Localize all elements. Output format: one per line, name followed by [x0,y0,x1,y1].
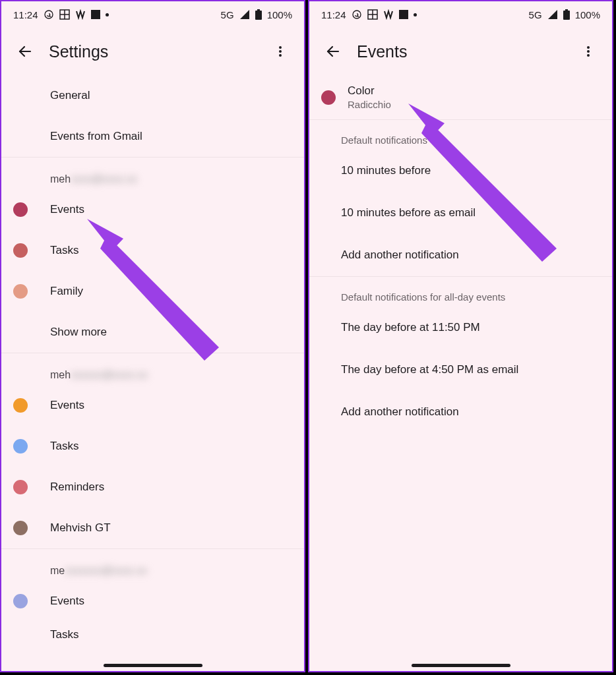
app-grid-icon [367,9,378,20]
color-swatch [13,398,28,413]
color-swatch [13,284,28,299]
svg-point-20 [587,50,590,53]
calendar-item-events[interactable]: Events [1,385,304,426]
whatsapp-icon [44,9,54,20]
svg-point-8 [279,50,282,53]
row-label: Add another notification [341,249,459,262]
calendar-item-tasks[interactable]: Tasks [1,426,304,467]
color-swatch [13,521,28,535]
color-swatch [13,439,28,454]
phone-right: 11:24 5G 100% Ev [308,0,613,672]
signal-icon [547,9,558,20]
color-label: Color [348,84,391,98]
notification-item[interactable]: 10 minutes before [309,150,612,192]
svg-point-12 [353,11,361,18]
svg-rect-5 [255,11,262,20]
calendar-item-reminders[interactable]: Reminders [1,467,304,508]
color-swatch [321,90,336,105]
account-email: mexxxxxxx@xxxx.xx [1,549,304,581]
row-label: Events from Gmail [50,130,142,143]
app-bar: Events [309,28,612,75]
svg-rect-4 [257,9,260,11]
account-email: mehxxxx@xxxx.xx [1,158,304,189]
svg-point-21 [587,54,590,57]
row-label: Events [50,595,84,608]
row-label: Reminders [50,481,104,494]
back-button[interactable] [9,36,41,67]
svg-point-9 [279,54,282,57]
row-label: Tasks [50,440,78,453]
more-dot-icon [414,13,417,16]
settings-item-general[interactable]: General [1,75,304,116]
notification-item[interactable]: The day before at 4:50 PM as email [309,349,612,391]
row-label: The day before at 11:50 PM [341,321,480,334]
add-notification-button[interactable]: Add another notification [309,234,612,276]
color-swatch [13,243,28,258]
arrow-left-icon [17,44,33,59]
calendar-item-tasks[interactable]: Tasks [1,622,304,648]
more-dot-icon [106,13,109,16]
notification-item[interactable]: The day before at 11:50 PM [309,307,612,349]
battery-percent: 100% [575,9,600,20]
row-label: The day before at 4:50 PM as email [341,363,518,376]
settings-item-events-from-gmail[interactable]: Events from Gmail [1,116,304,157]
show-more-button[interactable]: Show more [1,312,304,353]
svg-rect-17 [563,11,570,20]
app-grid-icon [59,9,70,20]
svg-point-19 [587,46,590,49]
square-icon [91,10,100,19]
page-title: Settings [49,42,264,61]
phone-left: 11:24 5G 100% [0,0,305,672]
row-label: 10 minutes before [341,164,431,177]
network-label: 5G [221,9,234,20]
account-email: mehxxxxxx@xxxx.xx [1,353,304,385]
row-label: Events [50,203,84,216]
more-vert-icon [582,45,595,58]
wave-icon [75,9,86,20]
page-title: Events [357,42,572,61]
signal-icon [239,9,250,20]
calendar-item-events[interactable]: Events [1,581,304,622]
row-label: Mehvish GT [50,521,111,535]
row-label: Show more [50,326,107,339]
section-header-default-notifications: Default notifications [309,120,612,150]
calendar-item-family[interactable]: Family [1,271,304,312]
color-setting[interactable]: Color Radicchio [309,75,612,119]
svg-point-0 [45,11,53,18]
status-time: 11:24 [321,9,346,20]
svg-point-7 [279,46,282,49]
arrow-left-icon [325,44,341,59]
row-label: Events [50,399,84,412]
svg-rect-16 [565,9,568,11]
color-swatch [13,480,28,494]
status-bar: 11:24 5G 100% [309,1,612,28]
square-icon [399,10,408,19]
calendar-item-tasks[interactable]: Tasks [1,230,304,271]
whatsapp-icon [352,9,362,20]
row-label: General [50,89,90,102]
overflow-menu-button[interactable] [572,36,604,67]
back-button[interactable] [317,36,349,67]
row-label: Family [50,285,83,298]
color-value: Radicchio [348,99,391,110]
row-label: Tasks [50,244,78,257]
battery-icon [563,9,570,20]
color-swatch [13,202,28,217]
add-notification-button[interactable]: Add another notification [309,391,612,433]
more-vert-icon [274,45,287,58]
gesture-bar [412,664,510,667]
section-header-allday-notifications: Default notifications for all-day events [309,277,612,307]
battery-icon [255,9,262,20]
network-label: 5G [529,9,542,20]
wave-icon [383,9,394,20]
overflow-menu-button[interactable] [264,36,296,67]
row-label: Add another notification [341,405,459,419]
calendar-item-events[interactable]: Events [1,189,304,230]
gesture-bar [104,664,202,667]
color-swatch [13,594,28,608]
calendar-item-mehvish-gt[interactable]: Mehvish GT [1,508,304,548]
status-time: 11:24 [13,9,38,20]
row-label: 10 minutes before as email [341,206,476,220]
status-bar: 11:24 5G 100% [1,1,304,28]
notification-item[interactable]: 10 minutes before as email [309,192,612,234]
